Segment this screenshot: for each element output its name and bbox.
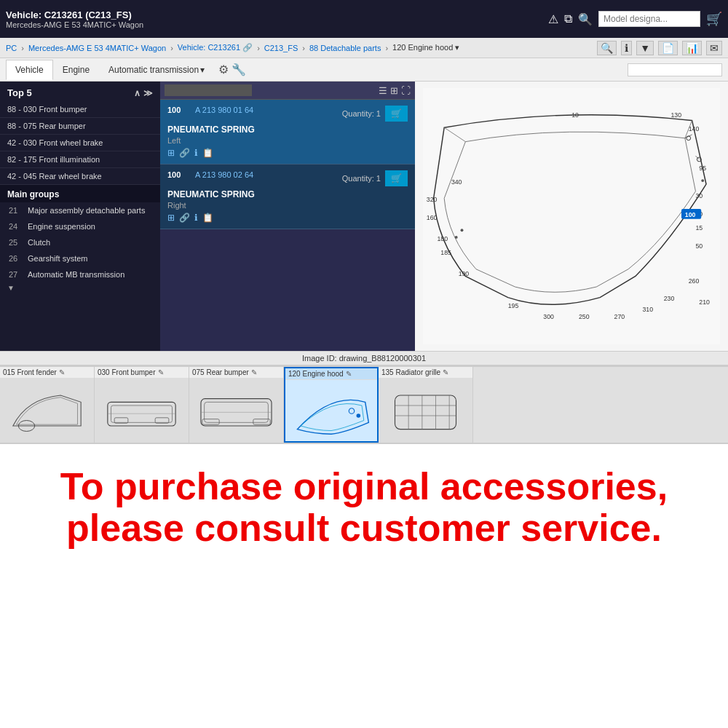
diagram-panel: 130 140 10 95 30 40 15 50 320 160 180 18… — [415, 82, 728, 351]
svg-rect-41 — [196, 385, 277, 436]
top5-header: Top 5 ∧ ≫ — [0, 82, 160, 101]
copy-icon[interactable]: ⧉ — [564, 12, 572, 25]
table-icon-btn[interactable]: 📊 — [682, 41, 702, 55]
svg-line-0 — [444, 127, 465, 141]
thumbnail-030-img — [95, 379, 189, 443]
edit-icon-030[interactable]: ✎ — [158, 368, 164, 376]
svg-text:180: 180 — [437, 235, 448, 242]
svg-text:310: 310 — [642, 306, 653, 313]
part-2-qty: Quantity: 1 — [342, 174, 381, 183]
grid-icon[interactable]: ⊞ — [390, 85, 398, 96]
part-1-qty: Quantity: 1 — [342, 109, 381, 118]
breadcrumb-pc[interactable]: PC — [6, 44, 17, 52]
part-2-link-icon[interactable]: 🔗 — [179, 213, 190, 223]
edit-icon-120[interactable]: ✎ — [346, 370, 352, 378]
thumbnail-075[interactable]: 075 Rear bumper ✎ — [189, 367, 284, 443]
part-2-name: PNEUMATIC SPRING — [167, 189, 408, 199]
nav-search-input[interactable] — [628, 63, 722, 76]
tab-engine[interactable]: Engine — [53, 60, 99, 80]
group-item-25[interactable]: 25 Clutch — [0, 234, 160, 250]
collapse-icon[interactable]: ∧ — [134, 88, 141, 98]
top-bar: Vehicle: C213261 (C213_FS) Mercedes-AMG … — [0, 0, 728, 38]
svg-text:340: 340 — [451, 178, 462, 186]
part-2-side: Right — [167, 201, 408, 210]
thumbnail-strip: 015 Front fender ✎ 030 Front bumper ✎ — [0, 366, 728, 443]
part-2-id: A 213 980 02 64 — [195, 170, 253, 179]
breadcrumb-vehicle-id[interactable]: Vehicle: C213261 🔗 — [178, 43, 253, 52]
vehicle-title: Vehicle: C213261 (C213_FS) — [6, 9, 143, 20]
tools-icon[interactable]: 🔧 — [232, 63, 246, 76]
top5-item-1[interactable]: 88 - 030 Front bumper — [0, 101, 160, 118]
scroll-down-indicator[interactable]: ▼ — [0, 282, 160, 293]
edit-icon-075[interactable]: ✎ — [251, 368, 257, 376]
part-1-doc-icon[interactable]: 📋 — [202, 148, 213, 158]
cart-icon-top[interactable]: 🛒 — [706, 11, 722, 27]
settings-icon[interactable]: ⚙ — [218, 63, 229, 76]
info-icon-btn[interactable]: ℹ — [621, 41, 632, 55]
part-card-1-header: 100 A 213 980 01 64 Quantity: 1 🛒 — [167, 106, 408, 122]
warning-icon[interactable]: ⚠ — [548, 12, 558, 26]
thumbnail-135-img — [379, 379, 472, 443]
svg-text:15: 15 — [695, 224, 703, 232]
part-2-info-icon[interactable]: ℹ — [194, 213, 198, 223]
thumbnail-120-img — [285, 380, 377, 441]
breadcrumb-engine-hood[interactable]: 120 Engine hood ▾ — [392, 43, 459, 52]
group-item-26[interactable]: 26 Gearshift system — [0, 250, 160, 266]
filter-icon-btn[interactable]: ▼ — [636, 41, 654, 55]
part-card-2[interactable]: 100 A 213 980 02 64 Quantity: 1 🛒 PNEUMA… — [160, 165, 415, 229]
svg-text:300: 300 — [543, 313, 554, 320]
main-content: Top 5 ∧ ≫ 88 - 030 Front bumper 88 - 075… — [0, 82, 728, 351]
expand-icon[interactable]: ≫ — [143, 88, 153, 98]
group-item-21[interactable]: 21 Major assembly detachable parts — [0, 202, 160, 218]
list-icon[interactable]: ☰ — [379, 85, 387, 96]
part-2-cart-button[interactable]: 🛒 — [385, 170, 408, 186]
top5-item-4[interactable]: 82 - 175 Front illumination — [0, 151, 160, 168]
tab-automatic-transmission[interactable]: Automatic transmission ▾ — [99, 60, 214, 80]
top5-item-5[interactable]: 42 - 045 Rear wheel brake — [0, 168, 160, 185]
top5-item-3[interactable]: 42 - 030 Front wheel brake — [0, 135, 160, 151]
watermark-line2: please consult customer service. — [11, 507, 717, 549]
thumbnail-135[interactable]: 135 Radiator grille ✎ — [379, 367, 473, 443]
part-card-1[interactable]: 100 A 213 980 01 64 Quantity: 1 🛒 PNEUMA… — [160, 100, 415, 165]
part-2-doc-icon[interactable]: 📋 — [202, 213, 213, 223]
thumbnail-015-img — [0, 379, 94, 443]
svg-rect-33 — [7, 385, 88, 436]
group-item-24[interactable]: 24 Engine suspension — [0, 218, 160, 234]
part-1-table-icon[interactable]: ⊞ — [167, 148, 175, 158]
part-1-id: A 213 980 01 64 — [195, 106, 253, 114]
thumbnail-075-img — [189, 379, 283, 443]
part-1-link-icon[interactable]: 🔗 — [179, 148, 190, 158]
part-1-cart-button[interactable]: 🛒 — [385, 106, 408, 122]
zoom-icon-btn[interactable]: 🔍 — [597, 41, 617, 55]
thumbnail-120[interactable]: 120 Engine hood ✎ — [284, 367, 379, 443]
top5-item-2[interactable]: 88 - 075 Rear bumper — [0, 118, 160, 135]
tab-vehicle[interactable]: Vehicle — [6, 60, 53, 80]
part-2-icons: ⊞ 🔗 ℹ 📋 — [167, 213, 408, 223]
center-toolbar: ☰ ⊞ ⛶ — [160, 82, 415, 100]
svg-rect-35 — [101, 385, 183, 436]
search-icon-top[interactable]: 🔍 — [578, 12, 593, 26]
thumbnail-030[interactable]: 030 Front bumper ✎ — [95, 367, 189, 443]
svg-point-49 — [357, 414, 361, 418]
breadcrumb-c213fs[interactable]: C213_FS — [264, 44, 298, 52]
document-icon-btn[interactable]: 📄 — [658, 41, 678, 55]
edit-icon-015[interactable]: ✎ — [59, 368, 65, 376]
mail-icon-btn[interactable]: ✉ — [706, 41, 722, 55]
vehicle-subtitle: Mercedes-AMG E 53 4MATIC+ Wagon — [6, 20, 143, 29]
svg-text:230: 230 — [663, 296, 674, 303]
model-search-input[interactable] — [598, 11, 700, 27]
svg-point-28 — [460, 229, 463, 232]
part-2-table-icon[interactable]: ⊞ — [167, 213, 175, 223]
group-item-27[interactable]: 27 Automatic MB transmission — [0, 266, 160, 282]
thumbnail-015[interactable]: 015 Front fender ✎ — [0, 367, 95, 443]
part-1-icons: ⊞ 🔗 ℹ 📋 — [167, 148, 408, 158]
breadcrumb-detachable[interactable]: 88 Detachable parts — [309, 44, 381, 52]
svg-text:140: 140 — [688, 125, 699, 132]
edit-icon-135[interactable]: ✎ — [443, 368, 448, 376]
thumbnail-030-label: 030 Front bumper ✎ — [95, 367, 189, 379]
expand-icon-center[interactable]: ⛶ — [401, 85, 411, 96]
breadcrumb-vehicle-model[interactable]: Mercedes-AMG E 53 4MATIC+ Wagon — [28, 44, 166, 52]
top5-label: Top 5 — [7, 87, 32, 98]
part-1-info-icon[interactable]: ℹ — [194, 148, 198, 158]
svg-text:260: 260 — [688, 277, 699, 285]
